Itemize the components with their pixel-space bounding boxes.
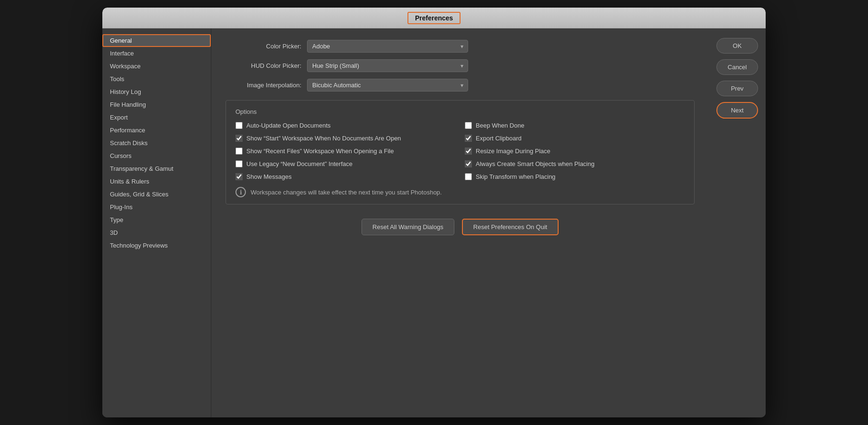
checkbox-show-start-workspace[interactable]: Show “Start” Workspace When No Documents…: [235, 135, 455, 142]
checkbox-input-resize-image-during-place[interactable]: [465, 148, 472, 155]
image-interpolation-select[interactable]: Bicubic AutomaticNearest NeighborBilinea…: [307, 79, 468, 92]
checkbox-auto-update[interactable]: Auto-Update Open Documents: [235, 122, 455, 129]
color-picker-label: Color Picker:: [226, 43, 301, 50]
bottom-buttons: Reset All Warning Dialogs Reset Preferen…: [226, 219, 695, 235]
cancel-button[interactable]: Cancel: [716, 59, 758, 75]
checkbox-label-show-start-workspace: Show “Start” Workspace When No Documents…: [246, 135, 401, 142]
checkbox-input-show-start-workspace[interactable]: [235, 135, 243, 142]
checkbox-input-skip-transform[interactable]: [465, 173, 472, 180]
sidebar-item-3d[interactable]: 3D: [102, 226, 211, 239]
preferences-window: Preferences GeneralInterfaceWorkspaceToo…: [102, 8, 766, 417]
sidebar-item-performance[interactable]: Performance: [102, 124, 211, 137]
checkbox-input-always-create-smart-objects[interactable]: [465, 160, 472, 167]
hud-color-picker-select-wrapper: Hue Strip (Small)Hue Strip (Medium)Hue S…: [307, 59, 468, 72]
sidebar-item-interface[interactable]: Interface: [102, 47, 211, 60]
sidebar-item-history-log[interactable]: History Log: [102, 85, 211, 98]
ok-button[interactable]: OK: [716, 38, 758, 54]
image-interpolation-row: Image Interpolation: Bicubic AutomaticNe…: [226, 79, 695, 92]
checkbox-label-show-recent-files: Show “Recent Files” Workspace When Openi…: [246, 148, 394, 155]
prev-button[interactable]: Prev: [716, 81, 758, 96]
window-body: GeneralInterfaceWorkspaceToolsHistory Lo…: [102, 28, 766, 417]
options-section: Options Auto-Update Open DocumentsBeep W…: [226, 100, 695, 204]
hud-color-picker-label: HUD Color Picker:: [226, 62, 301, 69]
sidebar-item-scratch-disks[interactable]: Scratch Disks: [102, 137, 211, 149]
checkbox-skip-transform[interactable]: Skip Transform when Placing: [465, 173, 685, 180]
info-text: Workspace changes will take effect the n…: [251, 189, 442, 196]
reset-all-warning-dialogs-button[interactable]: Reset All Warning Dialogs: [362, 219, 454, 235]
sidebar-item-technology-previews[interactable]: Technology Previews: [102, 239, 211, 252]
color-picker-select-wrapper: AdobeWindowsEyedropper: [307, 40, 468, 53]
checkbox-label-export-clipboard: Export Clipboard: [476, 135, 522, 142]
options-grid: Auto-Update Open DocumentsBeep When Done…: [235, 122, 685, 180]
checkbox-label-always-create-smart-objects: Always Create Smart Objects when Placing: [476, 160, 595, 167]
sidebar-item-units-rulers[interactable]: Units & Rulers: [102, 175, 211, 188]
sidebar-item-type[interactable]: Type: [102, 213, 211, 226]
info-icon: ℹ: [235, 187, 246, 197]
sidebar-item-file-handling[interactable]: File Handling: [102, 98, 211, 111]
checkbox-input-show-messages[interactable]: [235, 173, 243, 180]
checkbox-show-recent-files[interactable]: Show “Recent Files” Workspace When Openi…: [235, 148, 455, 155]
checkbox-resize-image-during-place[interactable]: Resize Image During Place: [465, 148, 685, 155]
sidebar-item-transparency-gamut[interactable]: Transparency & Gamut: [102, 162, 211, 175]
color-picker-select[interactable]: AdobeWindowsEyedropper: [307, 40, 468, 53]
options-title: Options: [235, 108, 685, 115]
checkbox-export-clipboard[interactable]: Export Clipboard: [465, 135, 685, 142]
info-row: ℹ Workspace changes will take effect the…: [235, 185, 685, 197]
checkbox-label-auto-update: Auto-Update Open Documents: [246, 122, 331, 129]
checkbox-beep-when-done[interactable]: Beep When Done: [465, 122, 685, 129]
checkbox-input-show-recent-files[interactable]: [235, 148, 243, 155]
checkbox-use-legacy-interface[interactable]: Use Legacy “New Document” Interface: [235, 160, 455, 167]
checkbox-input-use-legacy-interface[interactable]: [235, 160, 243, 167]
checkbox-input-beep-when-done[interactable]: [465, 122, 472, 129]
window-title: Preferences: [407, 12, 461, 24]
hud-color-picker-select[interactable]: Hue Strip (Small)Hue Strip (Medium)Hue S…: [307, 59, 468, 72]
image-interpolation-select-wrapper: Bicubic AutomaticNearest NeighborBilinea…: [307, 79, 468, 92]
sidebar-item-tools[interactable]: Tools: [102, 73, 211, 85]
hud-color-picker-row: HUD Color Picker: Hue Strip (Small)Hue S…: [226, 59, 695, 72]
checkbox-label-beep-when-done: Beep When Done: [476, 122, 524, 129]
image-interpolation-label: Image Interpolation:: [226, 82, 301, 89]
checkbox-show-messages[interactable]: Show Messages: [235, 173, 455, 180]
main-content: Color Picker: AdobeWindowsEyedropper HUD…: [211, 28, 709, 417]
sidebar-item-export[interactable]: Export: [102, 111, 211, 124]
title-bar: Preferences: [102, 8, 766, 28]
reset-preferences-on-quit-button[interactable]: Reset Preferences On Quit: [462, 219, 559, 235]
sidebar-item-workspace[interactable]: Workspace: [102, 60, 211, 73]
sidebar-item-general[interactable]: General: [102, 34, 211, 47]
sidebar: GeneralInterfaceWorkspaceToolsHistory Lo…: [102, 28, 211, 417]
checkbox-always-create-smart-objects[interactable]: Always Create Smart Objects when Placing: [465, 160, 685, 167]
right-buttons: OK Cancel Prev Next: [709, 28, 766, 417]
sidebar-item-guides-grid-slices[interactable]: Guides, Grid & Slices: [102, 188, 211, 201]
sidebar-item-plug-ins[interactable]: Plug-Ins: [102, 201, 211, 213]
next-button[interactable]: Next: [716, 102, 758, 119]
checkbox-input-export-clipboard[interactable]: [465, 135, 472, 142]
checkbox-label-resize-image-during-place: Resize Image During Place: [476, 148, 551, 155]
checkbox-label-use-legacy-interface: Use Legacy “New Document” Interface: [246, 160, 353, 167]
color-picker-row: Color Picker: AdobeWindowsEyedropper: [226, 40, 695, 53]
checkbox-label-skip-transform: Skip Transform when Placing: [476, 173, 555, 180]
checkbox-label-show-messages: Show Messages: [246, 173, 291, 180]
checkbox-input-auto-update[interactable]: [235, 122, 243, 129]
sidebar-item-cursors[interactable]: Cursors: [102, 149, 211, 162]
